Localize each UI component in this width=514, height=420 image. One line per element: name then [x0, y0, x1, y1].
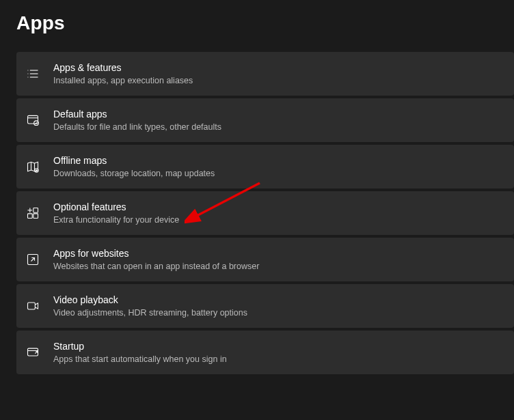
startup-icon: [26, 346, 53, 359]
item-title: Apps & features: [53, 61, 193, 74]
item-title: Apps for websites: [53, 247, 259, 260]
svg-rect-18: [28, 303, 36, 309]
item-optional-features[interactable]: Optional features Extra functionality fo…: [16, 191, 514, 235]
item-apps-for-websites[interactable]: Apps for websites Websites that can open…: [16, 238, 514, 281]
item-title: Video playback: [53, 294, 247, 306]
apps-settings-list: Apps & features Installed apps, app exec…: [16, 52, 514, 374]
svg-rect-14: [33, 208, 38, 213]
apps-add-icon: [26, 206, 53, 220]
item-subtitle: Video adjustments, HDR streaming, batter…: [53, 307, 247, 318]
svg-rect-6: [28, 115, 38, 124]
item-subtitle: Installed apps, app execution aliases: [53, 75, 193, 86]
item-title: Offline maps: [53, 154, 215, 167]
item-startup[interactable]: Startup Apps that start automatically wh…: [16, 331, 514, 374]
svg-rect-12: [28, 214, 33, 219]
map-download-icon: [26, 160, 53, 173]
page-title: Apps: [16, 12, 514, 34]
item-title: Default apps: [53, 108, 221, 120]
item-subtitle: Extra functionality for your device: [53, 214, 179, 225]
item-title: Optional features: [53, 201, 179, 213]
item-subtitle: Websites that can open in an app instead…: [53, 261, 259, 272]
item-subtitle: Downloads, storage location, map updates: [53, 168, 215, 179]
open-app-icon: [26, 253, 53, 266]
window-check-icon: [26, 113, 53, 127]
video-icon: [26, 299, 53, 313]
item-subtitle: Defaults for file and link types, other …: [53, 122, 221, 132]
item-offline-maps[interactable]: Offline maps Downloads, storage location…: [16, 145, 514, 188]
item-default-apps[interactable]: Default apps Defaults for file and link …: [16, 98, 514, 142]
list-icon: [26, 67, 53, 81]
svg-rect-13: [33, 214, 38, 219]
item-subtitle: Apps that start automatically when you s…: [53, 354, 227, 365]
item-title: Startup: [53, 340, 227, 352]
item-apps-and-features[interactable]: Apps & features Installed apps, app exec…: [16, 52, 514, 96]
item-video-playback[interactable]: Video playback Video adjustments, HDR st…: [16, 284, 514, 328]
